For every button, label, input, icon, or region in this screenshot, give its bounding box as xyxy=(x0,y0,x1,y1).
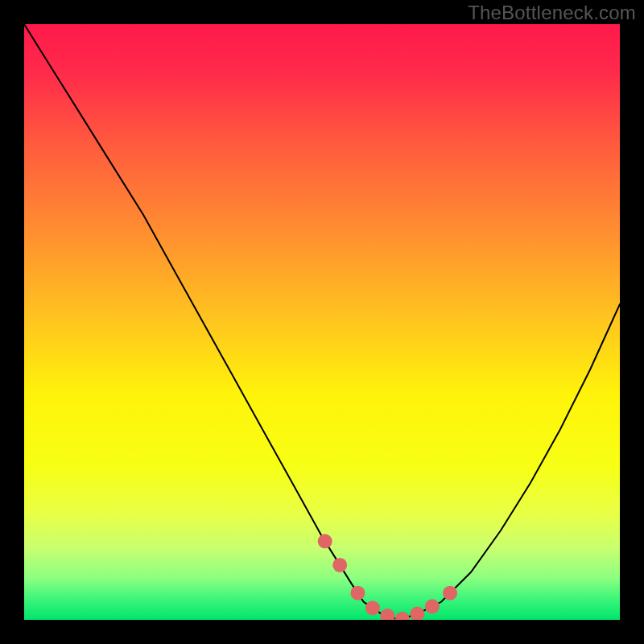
optimal-marker xyxy=(332,558,347,572)
optimal-marker xyxy=(365,601,380,615)
curve-layer xyxy=(24,24,620,620)
chart-stage: TheBottleneck.com xyxy=(0,0,644,644)
watermark-text: TheBottleneck.com xyxy=(468,2,636,24)
optimal-marker xyxy=(443,586,457,601)
optimal-marker xyxy=(380,609,394,620)
optimal-marker xyxy=(350,586,365,601)
bottleneck-curve xyxy=(24,24,620,620)
optimal-marker xyxy=(410,607,424,620)
plot-area xyxy=(24,24,620,620)
optimal-marker xyxy=(318,534,332,548)
optimal-marker xyxy=(395,612,410,620)
optimal-marker xyxy=(425,599,440,613)
